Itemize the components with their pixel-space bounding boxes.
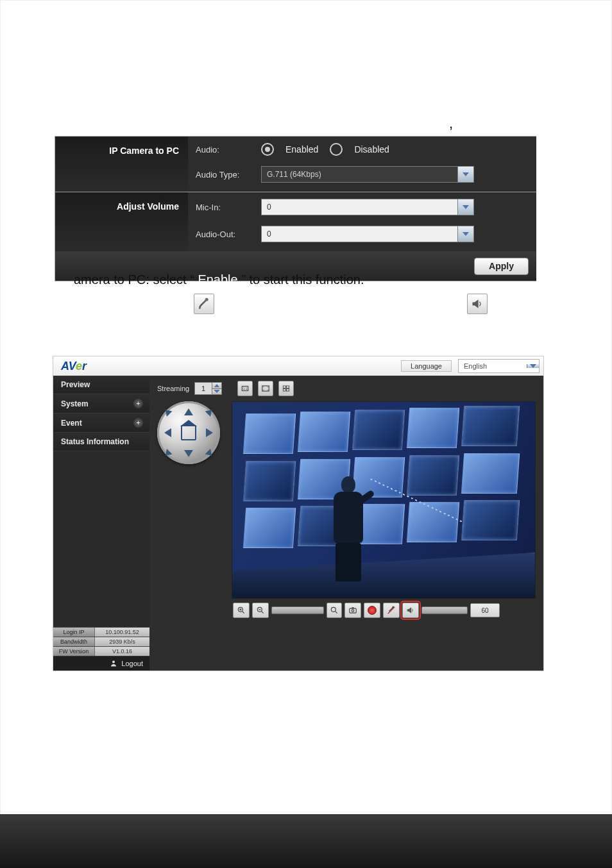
fit-window-button[interactable] [258,381,273,396]
sidebar-item-label: Status Information [61,437,129,446]
audio-label: Audio: [196,145,253,154]
zoom-slider[interactable] [271,606,324,614]
ptz-up-left-button[interactable] [163,407,173,417]
actual-size-button[interactable]: 1:1 [237,381,253,396]
sidebar-item-system[interactable]: System + [53,394,149,413]
chevron-down-icon [463,205,469,209]
streaming-label: Streaming [157,385,189,392]
ptz-up-right-button[interactable] [205,407,214,417]
snapshot-button[interactable] [344,603,361,618]
talk-button[interactable] [383,603,400,618]
mic-in-value: 0 [262,199,457,215]
talk-mic-icon-button[interactable] [194,294,214,314]
section-title-ip-camera-to-pc: IP Camera to PC [55,137,188,192]
video-toolbar: 60 [232,603,536,618]
sidebar-item-status-information[interactable]: Status Information [53,433,149,451]
expand-icon[interactable]: + [133,399,143,408]
microphone-off-icon [387,606,396,615]
chevron-down-icon [463,172,469,176]
volume-slider[interactable] [421,606,468,614]
mic-in-dropdown-button[interactable] [457,199,473,215]
spinner-up-button[interactable] [212,383,221,389]
audio-out-dropdown-button[interactable] [457,226,473,242]
svg-rect-5 [283,386,285,388]
main-panel: Streaming 1 1:1 [149,376,543,671]
hidden-marker: , [449,115,453,132]
speaker-icon [471,297,484,310]
streaming-value: 1 [195,383,212,394]
ptz-home-button[interactable] [181,425,196,440]
expand-icon[interactable]: + [133,418,143,428]
audio-config-panel: IP Camera to PC Audio: Enabled Disabled … [55,136,536,281]
sentence-gap: Enable [198,272,237,287]
chevron-down-icon [214,390,220,393]
record-icon [368,606,377,615]
svg-point-13 [352,610,354,612]
sidebar: Preview System + Event + Status Informat… [53,376,149,671]
svg-point-0 [205,298,208,301]
page-footer-bar [0,814,612,868]
video-preview [232,401,536,599]
svg-rect-7 [283,389,285,392]
section-title-adjust-volume: Adjust Volume [55,192,188,251]
svg-text:1:1: 1:1 [243,387,248,390]
audio-disabled-radio[interactable] [330,143,343,156]
language-select[interactable]: English [458,359,540,373]
user-icon [110,660,117,667]
speaker-icon-button[interactable] [467,294,488,314]
streaming-spinner[interactable]: 1 [194,382,222,395]
sidebar-item-preview[interactable]: Preview [53,376,149,394]
operator-figure [329,476,368,585]
audio-disabled-label: Disabled [354,144,389,154]
status-key: FW Version [53,647,95,656]
mic-in-select[interactable]: 0 [261,199,474,215]
chevron-down-icon [463,232,469,236]
app-header: AVer Language English [53,356,543,376]
zoom-in-button[interactable] [233,603,250,618]
mic-in-label: Mic-In: [196,203,253,212]
svg-rect-12 [350,608,357,613]
zoom-out-button[interactable] [252,603,269,618]
brand-logo: AVer [53,360,94,373]
status-key: Bandwidth [53,637,95,646]
sidebar-item-label: Event [61,419,82,428]
audio-enabled-label: Enabled [285,144,318,154]
sidebar-item-label: Preview [61,380,90,389]
sidebar-item-event[interactable]: Event + [53,413,149,433]
status-key: Login IP [53,628,95,637]
speaker-icon [406,606,415,615]
status-row-bandwidth: Bandwidth 2939 Kb/s [53,637,149,646]
fullscreen-button[interactable] [278,381,294,396]
listen-button[interactable] [402,603,419,618]
sentence-part-2: ” to start this function. [241,272,364,287]
ptz-down-right-button[interactable] [205,449,214,458]
ptz-dial [157,401,220,464]
language-dropdown-button[interactable] [527,364,539,368]
audio-out-label: Audio-Out: [196,230,253,239]
audio-type-dropdown-button[interactable] [457,167,473,182]
status-row-fw-version: FW Version V1.0.16 [53,646,149,656]
language-value: English [459,362,527,370]
svg-rect-8 [287,389,289,392]
status-value: 2939 Kb/s [95,637,149,646]
ptz-right-button[interactable] [206,428,213,437]
ptz-down-left-button[interactable] [163,449,173,458]
logout-button[interactable]: Logout [53,656,149,671]
audio-out-select[interactable]: 0 [261,226,474,242]
language-label: Language [401,360,452,372]
audio-enabled-radio[interactable] [261,143,274,156]
audio-out-value: 0 [262,226,457,242]
spinner-down-button[interactable] [212,389,221,395]
ptz-left-button[interactable] [164,428,171,437]
zoom-reset-button[interactable] [327,603,342,618]
ptz-up-button[interactable] [184,408,193,415]
ptz-down-button[interactable] [184,450,193,457]
volume-value: 60 [470,603,500,617]
video-wall-illustration [232,402,535,598]
zoom-out-icon [256,606,265,615]
record-button[interactable] [364,603,380,618]
apply-button[interactable]: Apply [474,258,529,275]
streaming-toolbar: Streaming 1 1:1 [149,376,543,401]
audio-type-select[interactable]: G.711 (64Kbps) [261,166,474,183]
audio-radio-group: Enabled Disabled [261,143,389,156]
